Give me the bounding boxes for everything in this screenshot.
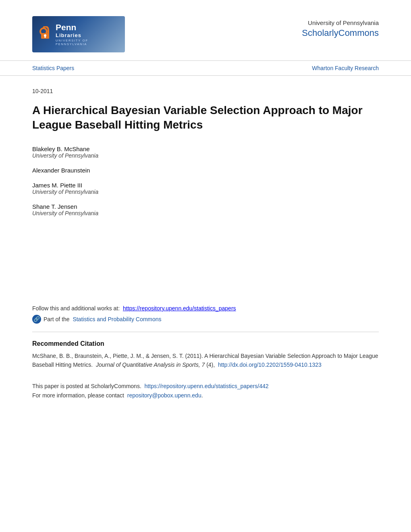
contact-link[interactable]: repository@pobox.upenn.edu: [127, 392, 201, 399]
citation-journal: Journal of Quantitative Analysis in Spor…: [96, 362, 205, 368]
author-2-name: Alexander Braunstein: [32, 167, 379, 174]
navigation-bar: Statistics Papers Wharton Faculty Resear…: [0, 60, 411, 76]
section-divider: [32, 332, 379, 332]
penn-libraries-logo: Penn Libraries UNIVERSITY OF PENNSYLVANI…: [32, 16, 125, 52]
header-right: University of Pennsylvania ScholarlyComm…: [302, 16, 379, 38]
commons-circle-icon: 🔗: [32, 315, 41, 324]
posted-link[interactable]: https://repository.upenn.edu/statistics_…: [145, 383, 269, 389]
commons-link[interactable]: Statistics and Probability Commons: [73, 316, 161, 322]
author-1-name: Blakeley B. McShane: [32, 145, 379, 152]
author-4-name: Shane T. Jensen: [32, 203, 379, 210]
author-4-affiliation: University of Pennsylvania: [32, 210, 379, 216]
posted-section: This paper is posted at ScholarlyCommons…: [32, 382, 379, 401]
author-3: James M. Piette III University of Pennsy…: [32, 182, 379, 195]
commons-text: Part of the Statistics and Probability C…: [44, 316, 162, 322]
citation-doi-link[interactable]: http://dx.doi.org/10.2202/1559-0410.1323: [218, 362, 322, 368]
citation-issue: (4),: [206, 362, 215, 368]
author-1: Blakeley B. McShane University of Pennsy…: [32, 145, 379, 159]
author-4: Shane T. Jensen University of Pennsylvan…: [32, 203, 379, 216]
main-content: 10-2011 A Hierarchical Bayesian Variable…: [0, 76, 411, 417]
author-1-affiliation: University of Pennsylvania: [32, 152, 379, 159]
logo-text: Penn Libraries UNIVERSITY OF PENNSYLVANI…: [56, 23, 119, 46]
header: Penn Libraries UNIVERSITY OF PENNSYLVANI…: [0, 0, 411, 60]
citation-plain: McShane, B. B., Braunstein, A., Piette, …: [32, 353, 378, 368]
author-3-name: James M. Piette III: [32, 182, 379, 189]
citation-heading: Recommended Citation: [32, 340, 379, 347]
authors-section: Blakeley B. McShane University of Pennsy…: [32, 145, 379, 216]
follow-text: Follow this and additional works at: htt…: [32, 305, 379, 312]
page: Penn Libraries UNIVERSITY OF PENNSYLVANI…: [0, 0, 411, 532]
follow-link[interactable]: https://repository.upenn.edu/statistics_…: [123, 305, 236, 312]
scholarly-commons-title: ScholarlyCommons: [302, 28, 379, 38]
wharton-faculty-link[interactable]: Wharton Faculty Research: [312, 65, 379, 71]
statistics-papers-link[interactable]: Statistics Papers: [32, 65, 74, 71]
paper-title: A Hierarchical Bayesian Variable Selecti…: [32, 103, 379, 133]
university-name: University of Pennsylvania: [302, 19, 379, 26]
posted-line-1: This paper is posted at ScholarlyCommons…: [32, 382, 379, 391]
author-2: Alexander Braunstein: [32, 167, 379, 174]
open-access-icon: [38, 26, 52, 42]
svg-rect-4: [45, 36, 46, 38]
citation-section: Recommended Citation McShane, B. B., Bra…: [32, 340, 379, 370]
author-3-affiliation: University of Pennsylvania: [32, 189, 379, 195]
follow-section: Follow this and additional works at: htt…: [32, 297, 379, 324]
posted-line-2: For more information, please contact rep…: [32, 391, 379, 401]
publication-date: 10-2011: [32, 88, 379, 94]
citation-text: McShane, B. B., Braunstein, A., Piette, …: [32, 351, 379, 370]
commons-badge: 🔗 Part of the Statistics and Probability…: [32, 315, 379, 324]
